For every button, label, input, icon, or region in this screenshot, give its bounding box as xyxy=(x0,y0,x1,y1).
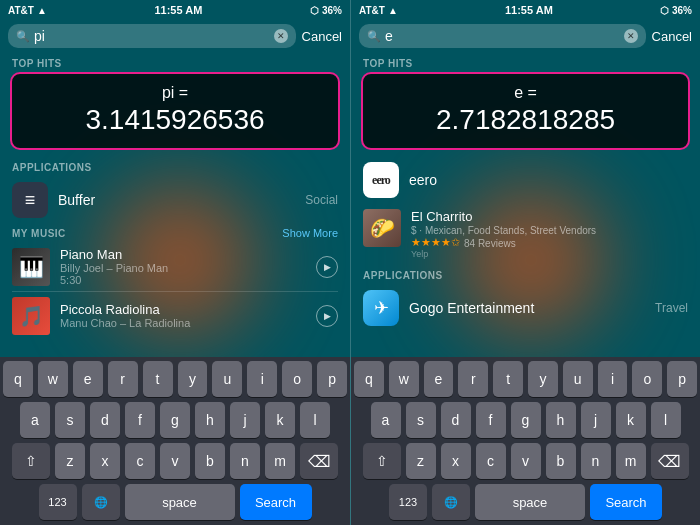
right-search-input-wrap[interactable]: 🔍 e ✕ xyxy=(359,24,646,48)
right-search-clear[interactable]: ✕ xyxy=(624,29,638,43)
right-key-123[interactable]: 123 xyxy=(389,484,427,520)
right-key-r[interactable]: r xyxy=(458,361,488,397)
right-key-i[interactable]: i xyxy=(598,361,628,397)
left-key-d[interactable]: d xyxy=(90,402,120,438)
right-key-b[interactable]: b xyxy=(546,443,576,479)
right-key-k[interactable]: k xyxy=(616,402,646,438)
right-gogo-name: Gogo Entertainment xyxy=(409,300,655,316)
left-show-more[interactable]: Show More xyxy=(282,227,338,239)
left-key-a[interactable]: a xyxy=(20,402,50,438)
left-music-sub-2: Manu Chao – La Radiolina xyxy=(60,317,316,329)
right-status-left: AT&T ▲ xyxy=(359,5,398,16)
right-cancel-btn[interactable]: Cancel xyxy=(652,29,692,44)
left-key-f[interactable]: f xyxy=(125,402,155,438)
left-key-j[interactable]: j xyxy=(230,402,260,438)
right-key-l[interactable]: l xyxy=(651,402,681,438)
left-key-p[interactable]: p xyxy=(317,361,347,397)
left-search-input-wrap[interactable]: 🔍 pi ✕ xyxy=(8,24,296,48)
left-keyboard: q w e r t y u i o p a s d f g h j k l ⇧ … xyxy=(0,357,350,525)
left-key-space[interactable]: space xyxy=(125,484,235,520)
right-top-hit-equation: e = xyxy=(375,84,676,102)
left-key-v[interactable]: v xyxy=(160,443,190,479)
left-key-r[interactable]: r xyxy=(108,361,138,397)
right-gogo-item[interactable]: ✈ Gogo Entertainment Travel xyxy=(351,284,700,332)
left-music-title-1: Piano Man xyxy=(60,247,316,262)
right-key-u[interactable]: u xyxy=(563,361,593,397)
left-key-shift[interactable]: ⇧ xyxy=(12,443,50,479)
left-key-l[interactable]: l xyxy=(300,402,330,438)
left-key-i[interactable]: i xyxy=(247,361,277,397)
right-key-x[interactable]: x xyxy=(441,443,471,479)
right-eero-item[interactable]: eero eero xyxy=(351,156,700,204)
left-my-music-row: MY MUSIC Show More xyxy=(0,224,350,242)
left-key-globe[interactable]: 🌐 xyxy=(82,484,120,520)
left-buffer-item[interactable]: ≡ Buffer Social xyxy=(0,176,350,224)
right-key-h[interactable]: h xyxy=(546,402,576,438)
left-search-clear[interactable]: ✕ xyxy=(274,29,288,43)
left-key-s[interactable]: s xyxy=(55,402,85,438)
right-restaurant-name: El Charrito xyxy=(411,209,688,224)
left-key-k[interactable]: k xyxy=(265,402,295,438)
right-key-m[interactable]: m xyxy=(616,443,646,479)
left-status-bar: AT&T ▲ 11:55 AM ⬡ 36% xyxy=(0,0,350,20)
left-key-n[interactable]: n xyxy=(230,443,260,479)
left-key-m[interactable]: m xyxy=(265,443,295,479)
right-search-query[interactable]: e xyxy=(385,28,620,44)
right-key-a[interactable]: a xyxy=(371,402,401,438)
left-key-z[interactable]: z xyxy=(55,443,85,479)
right-key-p[interactable]: p xyxy=(667,361,697,397)
left-play-btn-2[interactable]: ▶ xyxy=(316,305,338,327)
right-key-n[interactable]: n xyxy=(581,443,611,479)
right-key-c[interactable]: c xyxy=(476,443,506,479)
right-restaurant-info: El Charrito $ · Mexican, Food Stands, St… xyxy=(411,209,688,259)
right-status-right: ⬡ 36% xyxy=(660,5,692,16)
right-key-w[interactable]: w xyxy=(389,361,419,397)
left-time: 11:55 AM xyxy=(154,4,202,16)
right-kb-row-2: a s d f g h j k l xyxy=(354,402,697,438)
left-key-t[interactable]: t xyxy=(143,361,173,397)
left-play-btn-1[interactable]: ▶ xyxy=(316,256,338,278)
left-key-w[interactable]: w xyxy=(38,361,68,397)
left-key-search[interactable]: Search xyxy=(240,484,312,520)
left-music-item-2[interactable]: 🎵 Piccola Radiolina Manu Chao – La Radio… xyxy=(0,292,350,340)
left-music-info-2: Piccola Radiolina Manu Chao – La Radioli… xyxy=(60,302,316,329)
left-music-item-1[interactable]: 🎹 Piano Man Billy Joel – Piano Man 5:30 … xyxy=(0,242,350,291)
right-key-j[interactable]: j xyxy=(581,402,611,438)
left-search-query[interactable]: pi xyxy=(34,28,270,44)
right-key-s[interactable]: s xyxy=(406,402,436,438)
left-music-title-2: Piccola Radiolina xyxy=(60,302,316,317)
right-key-e[interactable]: e xyxy=(424,361,454,397)
left-key-y[interactable]: y xyxy=(178,361,208,397)
right-key-shift[interactable]: ⇧ xyxy=(363,443,401,479)
right-panel: AT&T ▲ 11:55 AM ⬡ 36% 🔍 e ✕ Cancel TOP H… xyxy=(350,0,700,525)
right-key-g[interactable]: g xyxy=(511,402,541,438)
right-key-z[interactable]: z xyxy=(406,443,436,479)
right-top-hit-card: e = 2.7182818285 xyxy=(361,72,690,150)
left-key-b[interactable]: b xyxy=(195,443,225,479)
right-key-d[interactable]: d xyxy=(441,402,471,438)
right-key-space[interactable]: space xyxy=(475,484,585,520)
right-key-t[interactable]: t xyxy=(493,361,523,397)
left-cancel-btn[interactable]: Cancel xyxy=(302,29,342,44)
left-key-q[interactable]: q xyxy=(3,361,33,397)
right-key-y[interactable]: y xyxy=(528,361,558,397)
right-key-globe[interactable]: 🌐 xyxy=(432,484,470,520)
right-key-q[interactable]: q xyxy=(354,361,384,397)
left-key-h[interactable]: h xyxy=(195,402,225,438)
right-restaurant-item[interactable]: 🌮 El Charrito $ · Mexican, Food Stands, … xyxy=(351,204,700,264)
right-key-v[interactable]: v xyxy=(511,443,541,479)
left-key-o[interactable]: o xyxy=(282,361,312,397)
left-key-delete[interactable]: ⌫ xyxy=(300,443,338,479)
left-key-e[interactable]: e xyxy=(73,361,103,397)
left-top-hit-card: pi = 3.1415926536 xyxy=(10,72,340,150)
left-key-u[interactable]: u xyxy=(212,361,242,397)
right-key-search[interactable]: Search xyxy=(590,484,662,520)
right-key-delete[interactable]: ⌫ xyxy=(651,443,689,479)
left-key-123[interactable]: 123 xyxy=(39,484,77,520)
right-key-o[interactable]: o xyxy=(632,361,662,397)
left-key-x[interactable]: x xyxy=(90,443,120,479)
left-key-c[interactable]: c xyxy=(125,443,155,479)
left-top-hit-equation: pi = xyxy=(24,84,326,102)
right-key-f[interactable]: f xyxy=(476,402,506,438)
left-key-g[interactable]: g xyxy=(160,402,190,438)
